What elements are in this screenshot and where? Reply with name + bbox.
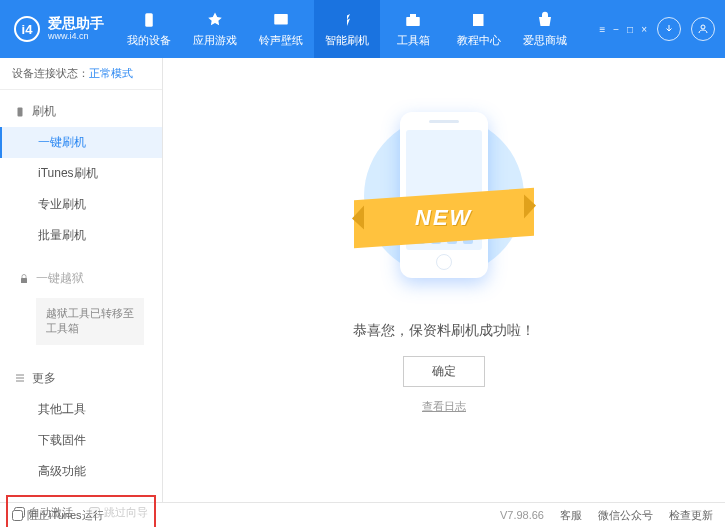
svg-point-4 — [701, 25, 705, 29]
svg-rect-6 — [21, 278, 27, 283]
footer-support[interactable]: 客服 — [560, 508, 582, 523]
svg-rect-0 — [145, 13, 153, 27]
nav-my-device[interactable]: 我的设备 — [116, 0, 182, 58]
user-button[interactable] — [691, 17, 715, 41]
sidebar-item-advanced[interactable]: 高级功能 — [0, 456, 162, 487]
group-flash-header[interactable]: 刷机 — [0, 96, 162, 127]
menu-button[interactable]: ≡ — [599, 24, 605, 35]
window-controls: ≡ − □ × — [599, 24, 647, 35]
logo-icon: i4 — [14, 16, 40, 42]
success-illustration: NEW — [364, 106, 524, 306]
nav-ringtones[interactable]: 铃声壁纸 — [248, 0, 314, 58]
main-content: NEW 恭喜您，保资料刷机成功啦！ 确定 查看日志 — [163, 58, 725, 502]
book-icon — [470, 11, 488, 29]
footer-wechat[interactable]: 微信公众号 — [598, 508, 653, 523]
group-more-header[interactable]: 更多 — [0, 363, 162, 394]
svg-rect-2 — [406, 17, 420, 26]
user-icon — [697, 23, 709, 35]
success-message: 恭喜您，保资料刷机成功啦！ — [353, 322, 535, 340]
sidebar-item-itunes-flash[interactable]: iTunes刷机 — [0, 158, 162, 189]
app-title: 爱思助手 — [48, 16, 104, 31]
lock-icon — [18, 273, 30, 285]
sidebar-item-download-firmware[interactable]: 下载固件 — [0, 425, 162, 456]
block-itunes-checkbox[interactable]: 阻止iTunes运行 — [12, 508, 104, 523]
sidebar-item-other-tools[interactable]: 其他工具 — [0, 394, 162, 425]
version-label: V7.98.66 — [500, 509, 544, 521]
close-button[interactable]: × — [641, 24, 647, 35]
download-button[interactable] — [657, 17, 681, 41]
svg-rect-3 — [410, 14, 416, 17]
store-icon — [536, 11, 554, 29]
app-header: i4 爱思助手 www.i4.cn 我的设备 应用游戏 铃声壁纸 智能刷机 工具… — [0, 0, 725, 58]
svg-rect-5 — [18, 107, 23, 116]
ok-button[interactable]: 确定 — [403, 356, 485, 387]
nav-toolbox[interactable]: 工具箱 — [380, 0, 446, 58]
maximize-button[interactable]: □ — [627, 24, 633, 35]
connection-status: 设备连接状态：正常模式 — [0, 58, 162, 90]
logo-block: i4 爱思助手 www.i4.cn — [0, 16, 116, 42]
jailbreak-moved-note[interactable]: 越狱工具已转移至工具箱 — [36, 298, 144, 345]
sidebar-item-one-key-flash[interactable]: 一键刷机 — [0, 127, 162, 158]
image-icon — [272, 11, 290, 29]
footer-check-update[interactable]: 检查更新 — [669, 508, 713, 523]
phone-icon — [14, 106, 26, 118]
app-url: www.i4.cn — [48, 32, 104, 42]
sidebar-item-pro-flash[interactable]: 专业刷机 — [0, 189, 162, 220]
top-nav: 我的设备 应用游戏 铃声壁纸 智能刷机 工具箱 教程中心 爱思商城 — [116, 0, 578, 58]
view-log-link[interactable]: 查看日志 — [422, 399, 466, 414]
minimize-button[interactable]: − — [613, 24, 619, 35]
device-icon — [140, 11, 158, 29]
sidebar: 设备连接状态：正常模式 刷机 一键刷机 iTunes刷机 专业刷机 批量刷机 一… — [0, 58, 163, 502]
toolbox-icon — [404, 11, 422, 29]
nav-flash[interactable]: 智能刷机 — [314, 0, 380, 58]
download-icon — [663, 23, 675, 35]
sidebar-item-batch-flash[interactable]: 批量刷机 — [0, 220, 162, 251]
nav-tutorials[interactable]: 教程中心 — [446, 0, 512, 58]
nav-apps-games[interactable]: 应用游戏 — [182, 0, 248, 58]
apps-icon — [206, 11, 224, 29]
group-jailbreak-header: 一键越狱 — [0, 263, 162, 294]
flash-icon — [338, 11, 356, 29]
nav-store[interactable]: 爱思商城 — [512, 0, 578, 58]
list-icon — [14, 372, 26, 384]
svg-rect-1 — [274, 14, 288, 25]
